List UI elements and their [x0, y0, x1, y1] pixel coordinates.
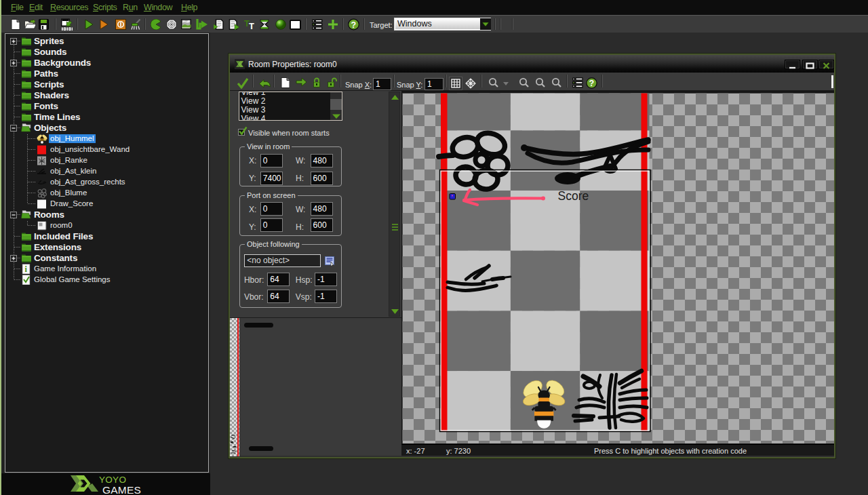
- svg-text:YOYO: YOYO: [99, 475, 126, 485]
- svg-text:?: ?: [589, 79, 595, 88]
- svg-text:Score: Score: [558, 189, 589, 203]
- svg-text:?: ?: [351, 20, 357, 30]
- svg-text:T: T: [249, 21, 254, 31]
- svg-text:GAMES: GAMES: [102, 484, 141, 495]
